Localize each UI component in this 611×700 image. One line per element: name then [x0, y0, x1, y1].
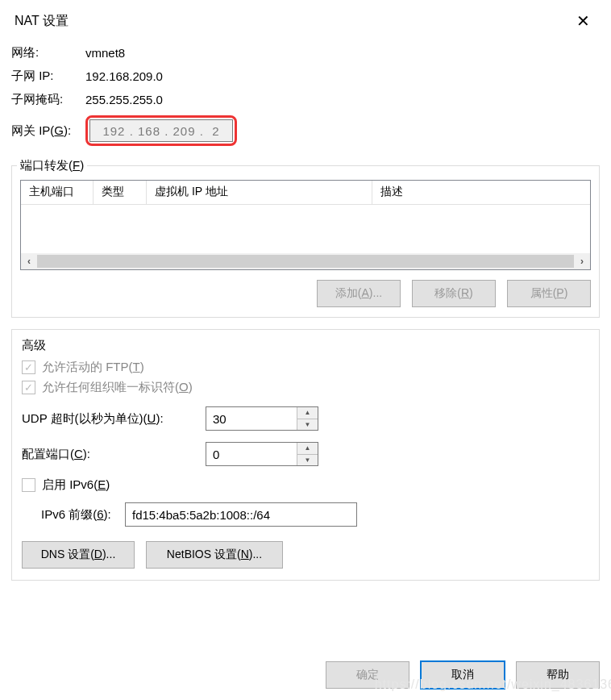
table-body-empty [21, 205, 590, 253]
col-type[interactable]: 类型 [94, 181, 147, 205]
network-value: vmnet8 [85, 46, 125, 60]
dialog-title: NAT 设置 [15, 13, 69, 30]
udp-timeout-label: UDP 超时(以秒为单位)(U): [22, 411, 206, 427]
config-port-input[interactable] [206, 443, 297, 465]
remove-button[interactable]: 移除(R) [412, 280, 496, 307]
network-label: 网络: [11, 45, 85, 60]
col-description[interactable]: 描述 [372, 181, 590, 205]
scroll-track[interactable] [37, 255, 574, 268]
ok-button[interactable]: 确定 [326, 661, 409, 689]
udp-timeout-spinner[interactable]: ▲ ▼ [206, 406, 318, 431]
netbios-settings-button[interactable]: NetBIOS 设置(N)... [146, 541, 283, 569]
add-button[interactable]: 添加(A)... [317, 280, 401, 307]
spinner-down-icon[interactable]: ▼ [297, 419, 318, 431]
gateway-ip-input[interactable] [89, 119, 233, 142]
network-info: 网络: vmnet8 子网 IP: 192.168.209.0 子网掩码: 25… [0, 39, 611, 160]
advanced-group: 高级 ✓ 允许活动的 FTP(T) ✓ 允许任何组织唯一标识符(O) UDP 超… [11, 329, 600, 581]
ipv6-prefix-label: IPv6 前缀(6): [41, 507, 125, 523]
spinner-up-icon[interactable]: ▲ [297, 407, 318, 419]
properties-button[interactable]: 属性(P) [507, 280, 591, 307]
port-forward-group: 端口转发(F) 主机端口 类型 虚拟机 IP 地址 描述 ‹ › 添加(A)..… [11, 165, 600, 318]
port-forward-legend: 端口转发(F) [17, 158, 87, 173]
subnet-mask-label: 子网掩码: [11, 92, 85, 107]
subnet-mask-value: 255.255.255.0 [85, 93, 163, 106]
spinner-down-icon[interactable]: ▼ [297, 455, 318, 466]
advanced-title: 高级 [22, 338, 589, 353]
col-vm-ip[interactable]: 虚拟机 IP 地址 [147, 181, 372, 205]
enable-ipv6-row[interactable]: ✓ 启用 IPv6(E) [22, 477, 589, 493]
checkbox-checked-icon[interactable]: ✓ [22, 381, 35, 394]
port-forward-table[interactable]: 主机端口 类型 虚拟机 IP 地址 描述 ‹ › [20, 180, 591, 270]
ipv6-prefix-input[interactable] [125, 502, 357, 527]
cancel-button[interactable]: 取消 [421, 661, 505, 689]
help-button[interactable]: 帮助 [516, 661, 600, 689]
allow-any-oui-row[interactable]: ✓ 允许任何组织唯一标识符(O) [22, 380, 589, 395]
col-host-port[interactable]: 主机端口 [21, 181, 94, 205]
subnet-ip-value: 192.168.209.0 [85, 69, 163, 83]
horizontal-scrollbar[interactable]: ‹ › [21, 253, 590, 269]
scroll-left-icon[interactable]: ‹ [21, 253, 37, 269]
dns-settings-button[interactable]: DNS 设置(D)... [22, 541, 135, 569]
subnet-ip-label: 子网 IP: [11, 69, 85, 84]
checkbox-unchecked-icon[interactable]: ✓ [22, 478, 35, 492]
scroll-right-icon[interactable]: › [574, 253, 590, 269]
close-icon[interactable]: ✕ [570, 8, 596, 34]
config-port-spinner[interactable]: ▲ ▼ [206, 442, 318, 466]
udp-timeout-input[interactable] [206, 407, 297, 430]
gateway-ip-label: 网关 IP(G): [11, 123, 85, 139]
gateway-highlight [85, 115, 237, 146]
allow-active-ftp-row[interactable]: ✓ 允许活动的 FTP(T) [22, 360, 589, 375]
checkbox-checked-icon[interactable]: ✓ [22, 360, 35, 374]
spinner-up-icon[interactable]: ▲ [297, 443, 318, 455]
config-port-label: 配置端口(C): [22, 447, 206, 462]
